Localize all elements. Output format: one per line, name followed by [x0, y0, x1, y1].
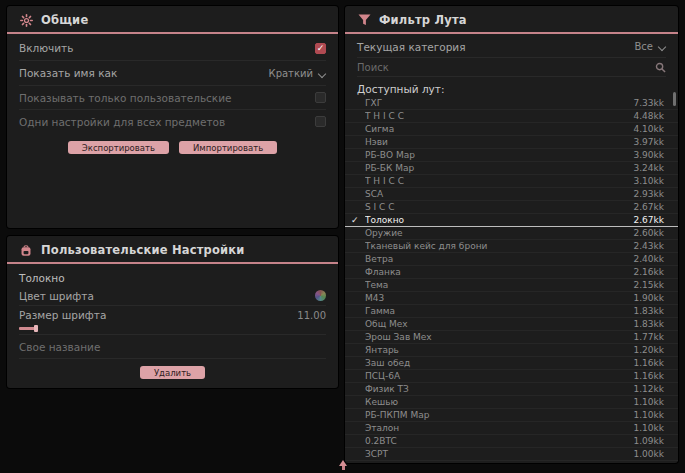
font-color-row: Цвет шрифта	[19, 286, 326, 306]
loot-item-name: Сигма	[365, 124, 634, 134]
general-panel-header: Общие	[7, 6, 338, 34]
show-name-value: Краткий	[269, 68, 313, 79]
loot-list-item[interactable]: ✓ Кешью 1.10kk	[345, 396, 678, 409]
loot-item-name: ПСЦ-6А	[365, 371, 634, 381]
loot-list-item[interactable]: ✓ М43 1.90kk	[345, 292, 678, 305]
custom-panel-header: Пользовательские Настройки	[7, 236, 338, 264]
delete-button[interactable]: Удалить	[140, 366, 205, 379]
loot-item-name: ЗСРТ	[365, 449, 634, 459]
loot-item-price: 4.10kk	[634, 124, 664, 134]
loot-item-name: Ветра	[365, 254, 634, 264]
search-icon[interactable]	[655, 62, 666, 73]
loot-item-price: 1.10kk	[634, 397, 664, 407]
loot-list-item[interactable]: ✓ Сигма 4.10kk	[345, 123, 678, 136]
custom-name-row: Свое название	[19, 335, 326, 359]
loot-item-price: 2.67kk	[634, 202, 664, 212]
enable-row: Включить ✓	[19, 36, 326, 61]
loot-item-price: 1.83kk	[634, 319, 664, 329]
loot-list-item[interactable]: ✓ Толокно 2.67kk	[345, 214, 678, 227]
loot-list-item[interactable]: ✓ Тканевый кейс для брони 2.43kk	[345, 240, 678, 253]
loot-list-item[interactable]: ✓ Ветра 2.40kk	[345, 253, 678, 266]
loot-panel-header: Фильтр Лута	[345, 6, 678, 34]
loot-list-item[interactable]: ✓ Фланка 2.16kk	[345, 266, 678, 279]
loot-list-item[interactable]: ✓ Заш обед 1.16kk	[345, 357, 678, 370]
available-loot-label: Доступный лут:	[357, 81, 666, 96]
loot-list-item[interactable]: ✓ Эрош Зав Мех 1.77kk	[345, 331, 678, 344]
export-button[interactable]: Экспортировать	[68, 141, 169, 154]
loot-list-item[interactable]: ✓ Оружие 2.60kk	[345, 227, 678, 240]
loot-item-price: 1.77kk	[634, 332, 664, 342]
loot-list-item[interactable]: ✓ S I C C 2.67kk	[345, 201, 678, 214]
loot-item-price: 1.16kk	[634, 358, 664, 368]
loot-list-item[interactable]: ✓ 0.2BTC 1.09kk	[345, 435, 678, 448]
loot-list-item[interactable]: ✓ SCA 2.93kk	[345, 188, 678, 201]
loot-list-item[interactable]: ✓ Физик ТЗ 1.12kk	[345, 383, 678, 396]
slider-handle[interactable]	[34, 325, 38, 332]
loot-item-price: 2.60kk	[634, 228, 664, 238]
font-size-slider[interactable]	[19, 325, 326, 335]
loot-list-item[interactable]: ✓ Гамма 1.83kk	[345, 305, 678, 318]
loot-item-price: 2.15kk	[634, 280, 664, 290]
font-size-value: 11.00	[297, 310, 326, 321]
loot-item-name: Толокно	[365, 215, 634, 225]
loot-list-item[interactable]: ✓ ПСЦ-6А 1.16kk	[345, 370, 678, 383]
loot-item-name: S I C C	[365, 202, 634, 212]
loot-list: ✓ ГХГ 7.33kk ✓ T H I C C 4.48kk ✓ Сигма …	[345, 97, 678, 461]
only-custom-row: Показывать только пользовательские	[19, 86, 326, 110]
show-name-dropdown[interactable]: Краткий	[269, 68, 326, 79]
general-panel-title: Общие	[41, 13, 88, 27]
search-input[interactable]: Поиск	[357, 62, 389, 73]
loot-item-price: 1.90kk	[634, 293, 664, 303]
loot-item-price: 7.33kk	[634, 98, 664, 108]
color-wheel-icon[interactable]	[315, 290, 326, 301]
loot-list-item[interactable]: ✓ РБ-ВО Мар 3.90kk	[345, 149, 678, 162]
loot-item-name: РБ-БК Мар	[365, 163, 634, 173]
loot-item-name: Тканевый кейс для брони	[365, 241, 634, 251]
same-settings-label: Одни настройки для всех предметов	[19, 116, 225, 128]
loot-list-item[interactable]: ✓ Общ Мех 1.83kk	[345, 318, 678, 331]
loot-item-price: 1.16kk	[634, 371, 664, 381]
loot-item-name: Физик ТЗ	[365, 384, 634, 394]
loot-item-price: 2.93kk	[634, 189, 664, 199]
import-button[interactable]: Импортировать	[179, 141, 277, 154]
only-custom-checkbox[interactable]	[315, 92, 326, 103]
loot-list-item[interactable]: ✓ Эталон 1.10kk	[345, 422, 678, 435]
loot-list-item[interactable]: ✓ T H I C C 3.10kk	[345, 175, 678, 188]
loot-list-item[interactable]: ✓ T H I C C 4.48kk	[345, 110, 678, 123]
loot-item-price: 4.48kk	[634, 111, 664, 121]
scrollbar-thumb[interactable]	[673, 92, 676, 106]
gear-icon	[19, 13, 33, 27]
loot-item-name: Гамма	[365, 306, 634, 316]
same-settings-checkbox[interactable]	[315, 116, 326, 127]
search-row: Поиск	[357, 58, 666, 77]
bottom-anchor-icon[interactable]	[337, 460, 349, 472]
loot-item-name: Заш обед	[365, 358, 634, 368]
loot-item-price: 1.83kk	[634, 306, 664, 316]
chevron-down-icon	[659, 43, 666, 50]
loot-item-name: T H I C C	[365, 111, 634, 121]
loot-item-name: Янтарь	[365, 345, 634, 355]
loot-list-item[interactable]: ✓ Нэви 3.97kk	[345, 136, 678, 149]
loot-item-price: 3.24kk	[634, 163, 664, 173]
selected-item-name: Толокно	[19, 272, 326, 284]
loot-item-name: Фланка	[365, 267, 634, 277]
loot-list-item[interactable]: ✓ ЗСРТ 1.00kk	[345, 448, 678, 461]
category-value: Все	[634, 41, 653, 52]
loot-list-item[interactable]: ✓ ГХГ 7.33kk	[345, 97, 678, 110]
loot-item-price: 1.10kk	[634, 423, 664, 433]
loot-item-name: 0.2BTC	[365, 436, 634, 446]
loot-item-name: SCA	[365, 189, 634, 199]
loot-panel-title: Фильтр Лута	[379, 13, 467, 27]
font-color-label: Цвет шрифта	[19, 290, 94, 302]
font-size-label: Размер шрифта	[19, 309, 106, 321]
loot-list-item[interactable]: ✓ РБ-БК Мар 3.24kk	[345, 162, 678, 175]
custom-name-input[interactable]: Свое название	[19, 341, 100, 353]
loot-filter-panel: Фильтр Лута Текущая категория Все Поиск …	[345, 6, 678, 463]
chevron-down-icon	[319, 70, 326, 77]
enable-checkbox[interactable]: ✓	[315, 43, 326, 54]
loot-list-item[interactable]: ✓ Янтарь 1.20kk	[345, 344, 678, 357]
loot-list-item[interactable]: ✓ Тема 2.15kk	[345, 279, 678, 292]
loot-list-item[interactable]: ✓ РБ-ПКПМ Мар 1.10kk	[345, 409, 678, 422]
show-name-label: Показать имя как	[19, 67, 117, 79]
category-dropdown[interactable]: Все	[634, 41, 666, 52]
